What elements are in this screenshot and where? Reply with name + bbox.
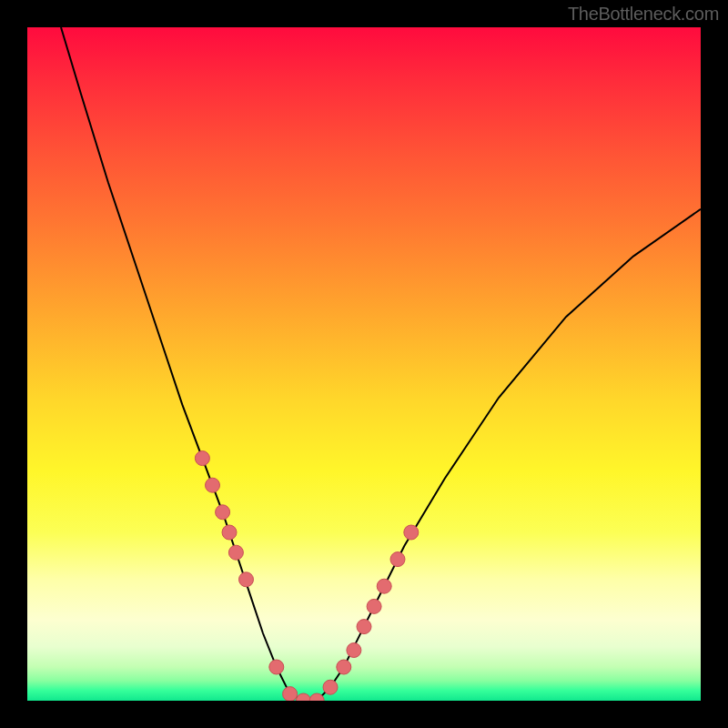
curve-marker [222, 525, 237, 540]
curve-marker [337, 660, 351, 674]
watermark-text: TheBottleneck.com [568, 4, 719, 25]
curve-marker [296, 693, 310, 701]
curve-marker [404, 525, 419, 540]
curve-marker [357, 620, 371, 634]
curve-markers [195, 451, 418, 701]
curve-marker [367, 599, 381, 613]
curve-marker [347, 643, 361, 658]
bottleneck-curve-svg [27, 27, 701, 701]
curve-marker [377, 579, 391, 593]
chart-frame: TheBottleneck.com [0, 0, 728, 728]
curve-marker [269, 660, 284, 674]
curve-marker [228, 545, 243, 560]
bottleneck-curve-line [61, 27, 701, 701]
curve-marker [239, 572, 254, 587]
curve-marker [283, 687, 298, 701]
curve-marker [323, 680, 338, 694]
curve-marker [195, 451, 209, 466]
plot-area [27, 27, 701, 701]
curve-marker [390, 552, 405, 567]
curve-marker [216, 505, 230, 520]
curve-marker [206, 478, 220, 492]
